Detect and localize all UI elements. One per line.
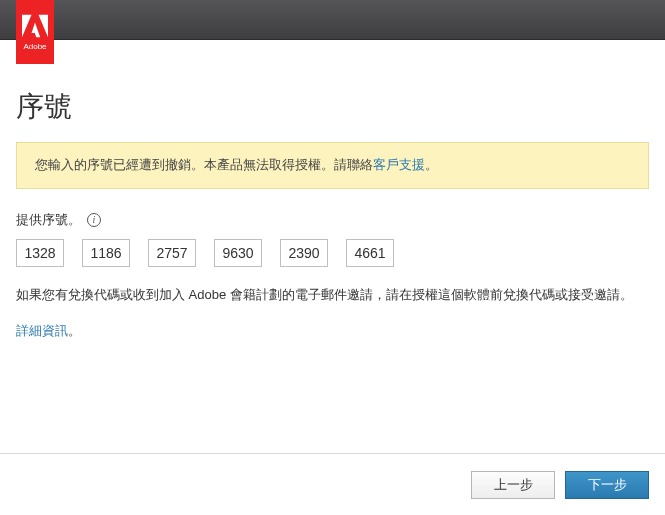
serial-segment-1[interactable]	[16, 239, 64, 267]
more-info-row: 詳細資訊。	[16, 322, 649, 340]
adobe-logo-text: Adobe	[23, 42, 46, 51]
more-info-suffix: 。	[68, 323, 81, 338]
title-bar	[0, 0, 665, 40]
serial-segment-2[interactable]	[82, 239, 130, 267]
next-button[interactable]: 下一步	[565, 471, 649, 499]
redeem-instructions: 如果您有兌換代碼或收到加入 Adobe 會籍計劃的電子郵件邀請，請在授權這個軟體…	[16, 285, 649, 306]
more-info-link[interactable]: 詳細資訊	[16, 323, 68, 338]
alert-text-before: 您輸入的序號已經遭到撤銷。本產品無法取得授權。請聯絡	[35, 157, 373, 172]
serial-segment-5[interactable]	[280, 239, 328, 267]
serial-prompt-row: 提供序號。 i	[16, 211, 649, 229]
footer-bar: 上一步 下一步	[0, 453, 665, 515]
revoked-serial-alert: 您輸入的序號已經遭到撤銷。本產品無法取得授權。請聯絡客戶支援。	[16, 142, 649, 189]
main-content: 序號 您輸入的序號已經遭到撤銷。本產品無法取得授權。請聯絡客戶支援。 提供序號。…	[0, 40, 665, 453]
serial-prompt-label: 提供序號。	[16, 211, 81, 229]
info-icon[interactable]: i	[87, 213, 101, 227]
alert-text-after: 。	[425, 157, 438, 172]
serial-input-row	[16, 239, 649, 267]
adobe-logo: Adobe	[16, 0, 54, 64]
serial-segment-4[interactable]	[214, 239, 262, 267]
serial-segment-3[interactable]	[148, 239, 196, 267]
adobe-a-icon	[22, 14, 48, 38]
customer-support-link[interactable]: 客戶支援	[373, 157, 425, 172]
page-title: 序號	[16, 88, 649, 126]
back-button[interactable]: 上一步	[471, 471, 555, 499]
serial-segment-6[interactable]	[346, 239, 394, 267]
